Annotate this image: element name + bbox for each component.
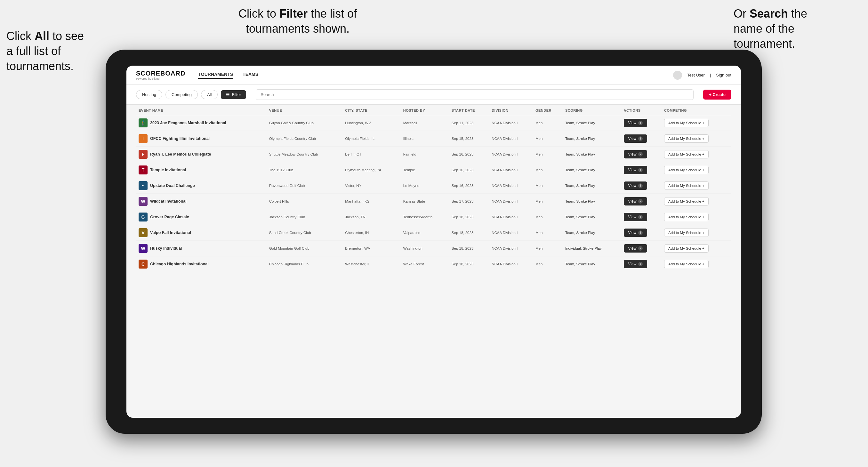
nav-tournaments[interactable]: TOURNAMENTS: [198, 72, 233, 79]
cell-venue: Jackson Country Club: [267, 209, 343, 225]
cell-event-name: T Temple Invitational: [136, 162, 267, 178]
col-venue: VENUE: [267, 105, 343, 115]
cell-start-date: Sep 16, 2023: [449, 147, 489, 162]
cell-gender: Men: [533, 209, 563, 225]
all-tab[interactable]: All: [201, 90, 218, 99]
cell-competing: Add to My Schedule +: [661, 147, 731, 162]
add-schedule-button[interactable]: Add to My Schedule +: [664, 197, 709, 206]
add-schedule-button[interactable]: Add to My Schedule +: [664, 228, 709, 237]
col-hosted-by: HOSTED BY: [401, 105, 449, 115]
cell-division: NCAA Division I: [489, 241, 533, 256]
cell-venue: Ravenwood Golf Club: [267, 178, 343, 194]
logo-text: SCOREBOARD: [136, 70, 185, 77]
nav-teams[interactable]: TEAMS: [243, 72, 258, 79]
view-info-icon: i: [638, 262, 643, 266]
signout-link[interactable]: Sign out: [716, 73, 731, 77]
cell-event-name: ~ Upstate Dual Challenge: [136, 178, 267, 194]
event-logo: W: [138, 197, 148, 206]
cell-competing: Add to My Schedule +: [661, 209, 731, 225]
annotation-all-bold: All: [35, 29, 49, 42]
cell-competing: Add to My Schedule +: [661, 194, 731, 209]
cell-city-state: Berlin, CT: [342, 147, 400, 162]
add-schedule-button[interactable]: Add to My Schedule +: [664, 134, 709, 143]
cell-scoring: Team, Stroke Play: [563, 209, 621, 225]
cell-scoring: Team, Stroke Play: [563, 147, 621, 162]
col-gender: GENDER: [533, 105, 563, 115]
cell-division: NCAA Division I: [489, 225, 533, 241]
cell-start-date: Sep 15, 2023: [449, 131, 489, 147]
event-name-text: Upstate Dual Challenge: [150, 183, 195, 188]
col-event-name: EVENT NAME: [136, 105, 267, 115]
cell-start-date: Sep 18, 2023: [449, 241, 489, 256]
cell-actions: View i: [621, 225, 661, 241]
cell-actions: View i: [621, 194, 661, 209]
event-name-text: OFCC Fighting Illini Invitational: [150, 136, 210, 141]
cell-competing: Add to My Schedule +: [661, 162, 731, 178]
cell-division: NCAA Division I: [489, 115, 533, 131]
cell-venue: Guyan Golf & Country Club: [267, 115, 343, 131]
cell-city-state: Manhattan, KS: [342, 194, 400, 209]
cell-gender: Men: [533, 241, 563, 256]
cell-hosted-by: Marshall: [401, 115, 449, 131]
cell-hosted-by: Washington: [401, 241, 449, 256]
cell-competing: Add to My Schedule +: [661, 256, 731, 272]
cell-city-state: Chesterton, IN: [342, 225, 400, 241]
view-button[interactable]: View i: [624, 182, 648, 190]
cell-hosted-by: Tennessee-Martin: [401, 209, 449, 225]
search-input[interactable]: [256, 89, 693, 100]
cell-venue: The 1912 Club: [267, 162, 343, 178]
cell-hosted-by: Fairfield: [401, 147, 449, 162]
table-row: 🏌 2023 Joe Feaganes Marshall Invitationa…: [136, 115, 731, 131]
view-button[interactable]: View i: [624, 166, 648, 174]
filter-label: Filter: [232, 92, 241, 97]
cell-start-date: Sep 17, 2023: [449, 194, 489, 209]
cell-actions: View i: [621, 131, 661, 147]
event-name-text: Ryan T. Lee Memorial Collegiate: [150, 152, 211, 157]
view-info-icon: i: [638, 215, 643, 219]
view-button[interactable]: View i: [624, 228, 648, 237]
nav-separator: |: [710, 73, 711, 77]
view-button[interactable]: View i: [624, 150, 648, 158]
cell-start-date: Sep 16, 2023: [449, 162, 489, 178]
event-name-text: Wildcat Invitational: [150, 199, 187, 204]
add-schedule-button[interactable]: Add to My Schedule +: [664, 166, 709, 174]
tournaments-table: EVENT NAME VENUE CITY, STATE HOSTED BY S…: [136, 105, 731, 272]
cell-event-name: G Grover Page Classic: [136, 209, 267, 225]
view-info-icon: i: [638, 246, 643, 251]
view-button[interactable]: View i: [624, 197, 648, 206]
competing-tab[interactable]: Competing: [165, 90, 198, 99]
col-scoring: SCORING: [563, 105, 621, 115]
cell-event-name: W Wildcat Invitational: [136, 194, 267, 209]
annotation-filter-bold: Filter: [279, 7, 308, 20]
cell-actions: View i: [621, 178, 661, 194]
col-actions: ACTIONS: [621, 105, 661, 115]
cell-city-state: Olympia Fields, IL: [342, 131, 400, 147]
view-button[interactable]: View i: [624, 260, 648, 268]
cell-division: NCAA Division I: [489, 178, 533, 194]
filter-button[interactable]: ☰ Filter: [221, 90, 246, 99]
view-button[interactable]: View i: [624, 213, 648, 221]
cell-gender: Men: [533, 225, 563, 241]
add-schedule-button[interactable]: Add to My Schedule +: [664, 213, 709, 221]
add-schedule-button[interactable]: Add to My Schedule +: [664, 150, 709, 158]
view-button[interactable]: View i: [624, 244, 648, 253]
event-name-text: Temple Invitational: [150, 168, 186, 172]
view-button[interactable]: View i: [624, 134, 648, 143]
event-name-text: Chicago Highlands Invitational: [150, 262, 209, 266]
top-nav: SCOREBOARD Powered by clippd TOURNAMENTS…: [126, 66, 741, 85]
cell-start-date: Sep 16, 2023: [449, 178, 489, 194]
add-schedule-button[interactable]: Add to My Schedule +: [664, 244, 709, 253]
table-row: W Husky Individual Gold Mountain Golf Cl…: [136, 241, 731, 256]
cell-competing: Add to My Schedule +: [661, 225, 731, 241]
event-logo: I: [138, 134, 148, 143]
add-schedule-button[interactable]: Add to My Schedule +: [664, 260, 709, 268]
event-logo: G: [138, 213, 148, 221]
hosting-tab[interactable]: Hosting: [136, 90, 162, 99]
add-schedule-button[interactable]: Add to My Schedule +: [664, 182, 709, 190]
create-button[interactable]: + Create: [703, 90, 731, 99]
cell-hosted-by: Wake Forest: [401, 256, 449, 272]
cell-division: NCAA Division I: [489, 194, 533, 209]
cell-scoring: Team, Stroke Play: [563, 225, 621, 241]
view-button[interactable]: View i: [624, 119, 648, 127]
add-schedule-button[interactable]: Add to My Schedule +: [664, 119, 709, 127]
